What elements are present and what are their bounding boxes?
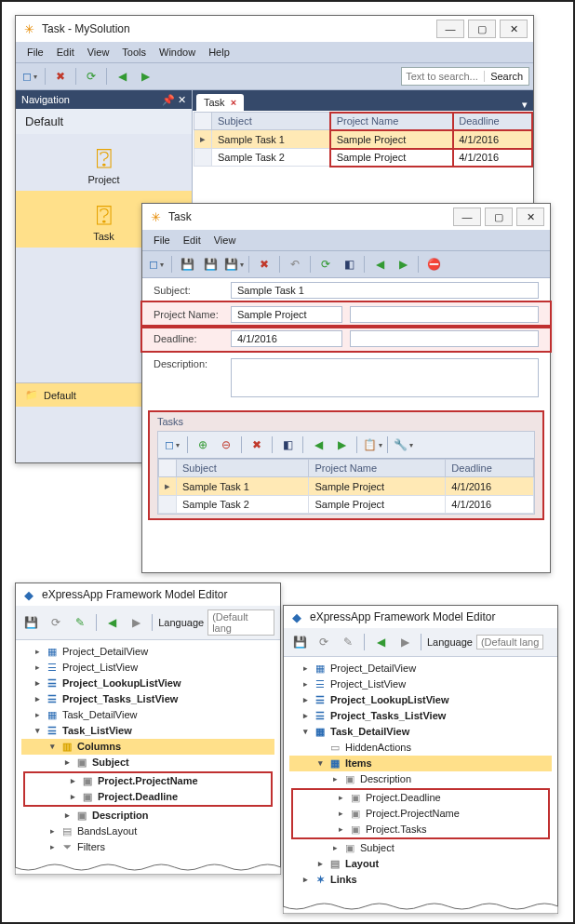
tools-button[interactable]: 🔧: [393, 435, 413, 455]
tree-node[interactable]: Task_DetailView: [62, 707, 138, 723]
tree-node[interactable]: Project_LookupListView: [62, 676, 181, 691]
col-projectname[interactable]: Project Name: [330, 113, 453, 130]
close-button[interactable]: ✕: [500, 20, 528, 38]
model-tree[interactable]: ▸▦Project_DetailView ▸☰Project_ListView …: [16, 640, 280, 864]
tree-node[interactable]: Project.ProjectName: [366, 806, 460, 822]
language-selector[interactable]: (Default lang: [207, 609, 274, 636]
nav-back-button[interactable]: ◀: [369, 254, 390, 275]
nav-item-project[interactable]: ⍰ Project: [16, 134, 192, 191]
nested-tasks-grid[interactable]: Subject Project Name Deadline ▸ Sample T…: [158, 459, 534, 514]
table-row[interactable]: Sample Task 2 Sample Project 4/1/2016: [159, 496, 534, 514]
tree-node[interactable]: Project_Tasks_ListView: [62, 691, 178, 707]
table-row[interactable]: Sample Task 2 Sample Project 4/1/2016: [194, 149, 532, 167]
nav-forward-button[interactable]: ▶: [393, 254, 413, 275]
menu-tools[interactable]: Tools: [116, 45, 152, 60]
save-button[interactable]: 💾: [177, 254, 197, 275]
save-button[interactable]: 💾: [289, 632, 310, 652]
tree-node[interactable]: Project_Tasks_ListView: [330, 708, 446, 724]
language-selector[interactable]: (Default lang: [476, 635, 543, 649]
delete-button[interactable]: ✖: [50, 66, 71, 87]
tree-node[interactable]: Links: [330, 872, 357, 888]
search-button[interactable]: Search: [484, 71, 528, 82]
tree-node[interactable]: Project_ListView: [330, 676, 406, 692]
col-deadline[interactable]: Deadline: [446, 460, 534, 477]
minimize-button[interactable]: —: [453, 208, 481, 226]
search-input[interactable]: [402, 71, 484, 82]
tree-node[interactable]: Subject: [92, 755, 129, 770]
diff-button[interactable]: ✎: [338, 632, 358, 652]
tree-node[interactable]: Project_LookupListView: [330, 692, 449, 708]
new-button[interactable]: ◻: [162, 435, 182, 455]
new-button[interactable]: ◻: [146, 254, 167, 275]
tree-node[interactable]: Task_DetailView: [330, 724, 409, 740]
menu-edit[interactable]: Edit: [178, 233, 207, 248]
nav-back-button[interactable]: ◀: [370, 632, 391, 652]
menu-file[interactable]: File: [21, 45, 49, 60]
refresh-button[interactable]: ⟳: [315, 254, 336, 275]
menu-view[interactable]: View: [208, 233, 242, 248]
delete-button[interactable]: ✖: [247, 435, 267, 455]
nav-back-button[interactable]: ◀: [308, 435, 328, 455]
nav-forward-button[interactable]: ▶: [126, 612, 146, 633]
tree-node[interactable]: Filters: [77, 839, 105, 855]
deadline-picker[interactable]: [350, 330, 539, 347]
menu-help[interactable]: Help: [203, 45, 235, 60]
tree-node[interactable]: Layout: [345, 856, 379, 872]
maximize-button[interactable]: ▢: [485, 208, 513, 226]
tree-node[interactable]: BandsLayout: [77, 824, 137, 839]
nav-back-button[interactable]: ◀: [102, 612, 123, 633]
tree-node[interactable]: HiddenActions: [345, 740, 411, 756]
menu-edit[interactable]: Edit: [51, 45, 80, 60]
table-row[interactable]: ▸ Sample Task 1 Sample Project 4/1/2016: [194, 130, 532, 149]
clone-button[interactable]: ◧: [339, 254, 359, 275]
description-textarea[interactable]: [231, 358, 539, 397]
maximize-button[interactable]: ▢: [468, 20, 496, 38]
subject-input[interactable]: Sample Task 1: [231, 282, 539, 299]
close-button[interactable]: ✕: [516, 208, 544, 226]
close-record-button[interactable]: ⛔: [423, 254, 444, 275]
menu-view[interactable]: View: [82, 45, 115, 60]
col-deadline[interactable]: Deadline: [453, 113, 532, 130]
refresh-button[interactable]: ⟳: [46, 612, 66, 633]
projectname-lookup[interactable]: [350, 306, 539, 323]
diff-button[interactable]: ✎: [70, 612, 90, 633]
col-subject[interactable]: Subject: [212, 113, 331, 130]
task-grid[interactable]: Subject Project Name Deadline ▸ Sample T…: [194, 112, 532, 167]
tree-node[interactable]: Project_ListView: [62, 660, 138, 676]
model-tree[interactable]: ▸▦Project_DetailView ▸☰Project_ListView …: [284, 657, 557, 897]
unlink-button[interactable]: ⊖: [216, 435, 236, 455]
link-button[interactable]: ⊕: [193, 435, 213, 455]
tree-node[interactable]: Description: [360, 771, 411, 787]
tree-node[interactable]: Project_DetailView: [62, 644, 148, 660]
tree-node[interactable]: Columns: [77, 739, 121, 755]
pin-icon[interactable]: 📌 ✕: [162, 94, 186, 106]
tree-node[interactable]: Project.Tasks: [366, 822, 426, 837]
undo-button[interactable]: ↶: [285, 254, 305, 275]
save-close-button[interactable]: 💾: [200, 254, 221, 275]
tree-node[interactable]: Project.Deadline: [98, 789, 178, 805]
tree-node[interactable]: Task_ListView: [62, 723, 132, 739]
nav-back-button[interactable]: ◀: [112, 66, 132, 87]
tree-node[interactable]: Subject: [360, 840, 394, 856]
tree-node[interactable]: Project.ProjectName: [98, 773, 198, 789]
projectname-input[interactable]: Sample Project: [231, 306, 342, 323]
delete-button[interactable]: ✖: [254, 254, 274, 275]
new-button[interactable]: ◻: [20, 66, 40, 87]
refresh-button[interactable]: ⟳: [81, 66, 101, 87]
tree-node[interactable]: Project_DetailView: [330, 661, 416, 676]
nav-forward-button[interactable]: ▶: [135, 66, 155, 87]
tab-task[interactable]: Task ×: [196, 94, 244, 111]
menu-file[interactable]: File: [148, 233, 176, 248]
tree-node[interactable]: Description: [92, 808, 149, 824]
nav-forward-button[interactable]: ▶: [331, 435, 352, 455]
col-subject[interactable]: Subject: [177, 460, 309, 477]
tree-node[interactable]: Project.Deadline: [366, 790, 441, 806]
tab-dropdown-icon[interactable]: ▾: [516, 99, 533, 111]
nav-forward-button[interactable]: ▶: [394, 632, 415, 652]
table-row[interactable]: ▸ Sample Task 1 Sample Project 4/1/2016: [159, 477, 534, 496]
minimize-button[interactable]: —: [436, 20, 464, 38]
refresh-button[interactable]: ⟳: [314, 632, 334, 652]
tree-node[interactable]: Items: [345, 756, 372, 771]
export-button[interactable]: 📋: [362, 435, 382, 455]
col-projectname[interactable]: Project Name: [309, 460, 446, 477]
